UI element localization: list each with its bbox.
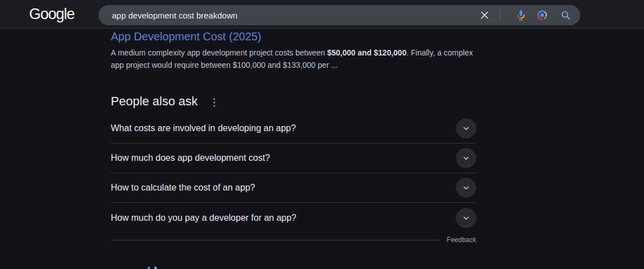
paa-question-row[interactable]: How much does app development cost?: [111, 143, 476, 173]
camera-lens-icon: [536, 9, 548, 21]
paa-question-text: How much does app development cost?: [111, 153, 270, 163]
result-snippet: A medium complexity app development proj…: [111, 47, 476, 71]
results-column: App Development Cost (2025) A medium com…: [111, 29, 476, 244]
expand-question-button[interactable]: [456, 148, 476, 168]
chevron-down-icon: [461, 123, 471, 133]
snippet-text: A medium complexity app development proj…: [111, 48, 327, 57]
expand-question-button[interactable]: [456, 208, 476, 228]
google-search-results-page: Google: [0, 0, 644, 269]
search-input[interactable]: [112, 11, 478, 20]
paa-question-row[interactable]: What costs are involved in developing an…: [111, 114, 476, 143]
x-icon: [480, 11, 489, 20]
search-header: Google: [0, 0, 644, 29]
magnifier-icon: [560, 10, 571, 21]
people-also-ask-section: People also ask What costs are involved …: [111, 94, 476, 244]
paa-question-text: How to calculate the cost of an app?: [111, 183, 255, 193]
people-also-ask-list: What costs are involved in developing an…: [111, 114, 476, 233]
chevron-down-icon: [461, 213, 471, 223]
paa-question-text: What costs are involved in developing an…: [111, 123, 296, 133]
google-lens-button[interactable]: [535, 8, 549, 22]
chevron-down-icon: [461, 183, 471, 193]
people-also-ask-title: People also ask: [111, 94, 198, 109]
paa-question-row[interactable]: How to calculate the cost of an app?: [111, 173, 476, 203]
google-logo[interactable]: Google: [29, 6, 74, 23]
search-result: App Development Cost (2025) A medium com…: [111, 29, 476, 71]
paa-question-text: How much do you pay a developer for an a…: [111, 213, 297, 223]
feedback-link[interactable]: Feedback: [446, 236, 476, 244]
paa-question-row[interactable]: How much do you pay a developer for an a…: [111, 203, 476, 233]
three-dots-kebab-icon: [213, 98, 215, 107]
voice-search-button[interactable]: [514, 8, 528, 22]
expand-question-button[interactable]: [456, 118, 476, 138]
cutoff-content-fragment: [148, 267, 162, 269]
search-pill-divider: [500, 9, 501, 21]
expand-question-button[interactable]: [456, 178, 476, 198]
snippet-bold-text: $50,000 and $120,000: [327, 48, 407, 57]
feedback-row: Feedback: [111, 235, 476, 244]
search-box[interactable]: [98, 5, 580, 25]
people-also-ask-header: People also ask: [111, 94, 476, 109]
search-submit-button[interactable]: [559, 8, 572, 22]
about-this-result-button[interactable]: [210, 98, 219, 108]
feedback-divider: [111, 240, 440, 240]
mic-icon: [515, 9, 527, 21]
result-title-link[interactable]: App Development Cost (2025): [111, 29, 261, 44]
chevron-down-icon: [461, 153, 471, 163]
clear-search-button[interactable]: [478, 8, 491, 22]
